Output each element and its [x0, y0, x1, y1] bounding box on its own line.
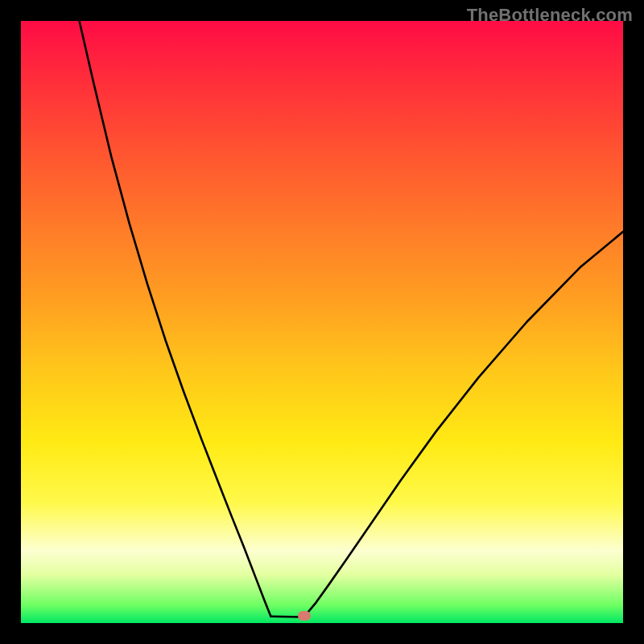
- curve-right-branch: [304, 232, 623, 617]
- chart-frame: TheBottleneck.com: [0, 0, 644, 644]
- watermark-text: TheBottleneck.com: [467, 5, 633, 26]
- curve-left-branch: [80, 21, 271, 617]
- curve-svg: [21, 21, 623, 623]
- optimum-marker: [298, 611, 311, 621]
- plot-area: [21, 21, 623, 623]
